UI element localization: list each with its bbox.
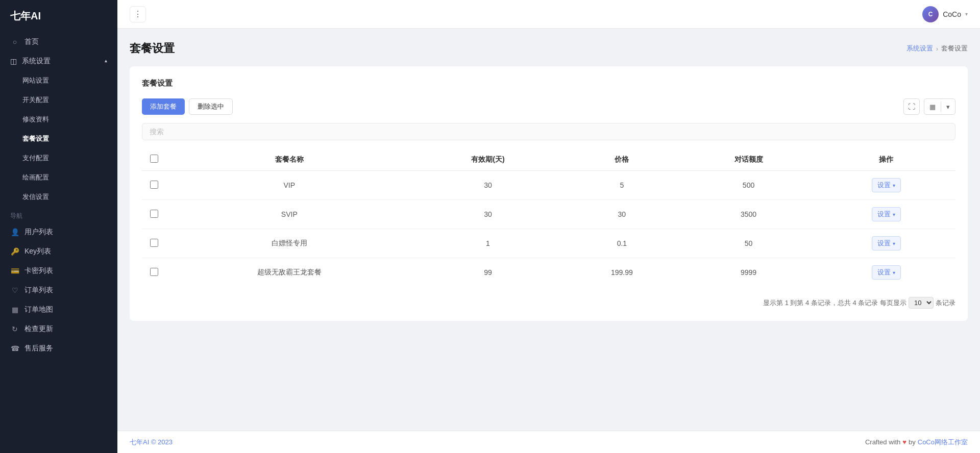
sidebar-item-cards[interactable]: 💳 卡密列表	[0, 261, 117, 281]
setting-caret-icon: ▾	[893, 270, 895, 275]
logo-text: 七年AI	[10, 9, 41, 23]
setting-button-0[interactable]: 设置▾	[872, 178, 901, 192]
grid-view-button[interactable]: ▦	[924, 100, 941, 114]
row-select-2[interactable]	[150, 239, 158, 247]
service-icon: ☎	[10, 344, 19, 353]
footer-right: Crafted with ♥ by CoCo网络工作室	[865, 438, 968, 447]
row-action-0: 设置▾	[817, 171, 955, 200]
row-checkbox-2	[142, 229, 166, 258]
page-title: 套餐设置	[130, 41, 175, 56]
row-checkbox-0	[142, 171, 166, 200]
sidebar-item-drawing[interactable]: 绘画配置	[0, 168, 117, 187]
view-dropdown-button[interactable]: ▾	[941, 100, 955, 114]
breadcrumb-separator: ›	[936, 45, 938, 53]
sidebar-item-users[interactable]: 👤 用户列表	[0, 222, 117, 242]
setting-button-2[interactable]: 设置▾	[872, 236, 901, 250]
row-price-0: 5	[564, 171, 680, 200]
nav-section-label: 导航	[0, 207, 117, 222]
sidebar-item-send[interactable]: 发信设置	[0, 187, 117, 207]
packages-table: 套餐名称 有效期(天) 价格 对话额度 操作 VIP 30 5 500 设置▾	[142, 148, 955, 287]
sidebar-submenu-system: 网站设置 开关配置 修改资料 套餐设置 支付配置 绘画配置 发信设置	[0, 71, 117, 207]
breadcrumb-parent[interactable]: 系统设置	[906, 44, 933, 53]
sidebar-item-profile[interactable]: 修改资料	[0, 110, 117, 129]
order-icon: ♡	[10, 286, 19, 294]
sidebar-item-toggle[interactable]: 开关配置	[0, 90, 117, 110]
row-action-1: 设置▾	[817, 200, 955, 229]
user-menu[interactable]: C CoCo ▾	[922, 6, 968, 22]
update-icon: ↻	[10, 325, 19, 333]
app-logo: 七年AI	[0, 0, 117, 32]
pagination-text-prefix: 显示第 1 到第 4 条记录，总共 4 条记录 每页显示	[763, 298, 906, 308]
page-header: 套餐设置 系统设置 › 套餐设置	[130, 41, 968, 56]
row-select-0[interactable]	[150, 181, 158, 189]
sidebar-item-check-update[interactable]: ↻ 检查更新	[0, 319, 117, 339]
footer-link[interactable]: CoCo网络工作室	[918, 438, 968, 447]
footer-crafted: Crafted with	[865, 438, 900, 446]
footer-by: by	[909, 438, 916, 446]
card-toolbar: 添加套餐 删除选中 ⛶ ▦ ▾	[142, 98, 955, 115]
row-name-3: 超级无敌霸王龙套餐	[166, 258, 412, 287]
row-price-2: 0.1	[564, 229, 680, 258]
dots-icon: ⋮	[134, 9, 142, 19]
card-title: 套餐设置	[142, 79, 955, 88]
footer-brand: 七年AI © 2023	[130, 438, 173, 447]
row-select-3[interactable]	[150, 268, 158, 276]
search-input[interactable]	[142, 123, 955, 140]
sidebar-item-keys[interactable]: 🔑 Key列表	[0, 242, 117, 261]
user-chevron-icon: ▾	[965, 11, 968, 17]
fullscreen-icon: ⛶	[908, 103, 915, 111]
row-select-1[interactable]	[150, 210, 158, 218]
home-icon: ○	[10, 38, 19, 46]
setting-caret-icon: ▾	[893, 183, 895, 188]
sidebar: 七年AI ○ 首页 ◫ 系统设置 ▾ 网站设置 开关配置 修改资料 套餐设置 支…	[0, 0, 117, 453]
heart-icon: ♥	[902, 438, 906, 446]
map-icon: ▦	[10, 306, 19, 314]
sidebar-item-order-map[interactable]: ▦ 订单地图	[0, 300, 117, 319]
row-validity-0: 30	[412, 171, 564, 200]
select-all-checkbox[interactable]	[150, 155, 158, 163]
col-operation: 操作	[817, 148, 955, 171]
header: ⋮ C CoCo ▾	[117, 0, 980, 29]
package-settings-card: 套餐设置 添加套餐 删除选中 ⛶ ▦ ▾	[130, 66, 968, 321]
avatar: C	[922, 6, 939, 22]
sidebar-item-payment[interactable]: 支付配置	[0, 148, 117, 168]
row-name-0: VIP	[166, 171, 412, 200]
row-price-1: 30	[564, 200, 680, 229]
table-icon: ▦	[929, 103, 936, 111]
col-name: 套餐名称	[166, 148, 412, 171]
toolbar-right: ⛶ ▦ ▾	[903, 98, 955, 115]
footer: 七年AI © 2023 Crafted with ♥ by CoCo网络工作室	[117, 431, 980, 453]
header-left: ⋮	[130, 6, 146, 22]
menu-toggle-button[interactable]: ⋮	[130, 6, 146, 22]
sidebar-item-orders[interactable]: ♡ 订单列表	[0, 281, 117, 300]
settings-icon: ◫	[10, 57, 17, 65]
toolbar-left: 添加套餐 删除选中	[142, 98, 233, 115]
setting-button-3[interactable]: 设置▾	[872, 265, 901, 280]
row-validity-2: 1	[412, 229, 564, 258]
row-action-3: 设置▾	[817, 258, 955, 287]
col-checkbox	[142, 148, 166, 171]
sidebar-group-system[interactable]: ◫ 系统设置 ▾	[0, 52, 117, 71]
sidebar-item-package[interactable]: 套餐设置	[0, 129, 117, 148]
fullscreen-button[interactable]: ⛶	[903, 98, 920, 115]
breadcrumb-current: 套餐设置	[941, 44, 968, 53]
content-area: 套餐设置 系统设置 › 套餐设置 套餐设置 添加套餐 删除选中 ⛶	[117, 29, 980, 431]
per-page-select[interactable]: 10 20 50	[909, 297, 934, 309]
breadcrumb: 系统设置 › 套餐设置	[906, 44, 968, 53]
delete-selected-button[interactable]: 删除选中	[189, 98, 233, 115]
row-checkbox-3	[142, 258, 166, 287]
col-quota: 对话额度	[680, 148, 817, 171]
row-quota-1: 3500	[680, 200, 817, 229]
user-name: CoCo	[943, 10, 961, 18]
main-area: ⋮ C CoCo ▾ 套餐设置 系统设置 › 套餐设置 套餐设置 添加套餐 删除…	[117, 0, 980, 453]
card-icon: 💳	[10, 267, 19, 275]
table-row: VIP 30 5 500 设置▾	[142, 171, 955, 200]
table-row: SVIP 30 30 3500 设置▾	[142, 200, 955, 229]
row-name-2: 白嫖怪专用	[166, 229, 412, 258]
sidebar-item-website[interactable]: 网站设置	[0, 71, 117, 90]
add-package-button[interactable]: 添加套餐	[142, 98, 185, 115]
setting-caret-icon: ▾	[893, 212, 895, 217]
sidebar-item-home[interactable]: ○ 首页	[0, 32, 117, 52]
setting-button-1[interactable]: 设置▾	[872, 207, 901, 221]
sidebar-item-aftersale[interactable]: ☎ 售后服务	[0, 339, 117, 358]
